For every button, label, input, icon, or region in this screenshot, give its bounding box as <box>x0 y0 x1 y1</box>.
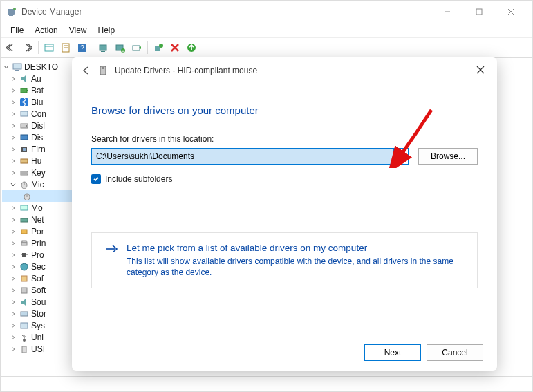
menu-help[interactable]: Help <box>93 24 121 37</box>
svg-point-32 <box>26 125 27 127</box>
browse-button[interactable]: Browse... <box>418 148 478 165</box>
tree-node[interactable]: Bat <box>2 84 82 96</box>
tree-node[interactable]: Au <box>2 73 82 84</box>
dialog-footer: Next Cancel <box>72 336 497 371</box>
driver-path-input[interactable]: C:\Users\sukhi\Documents <box>92 149 394 164</box>
tree-node[interactable]: Key <box>2 167 82 178</box>
chevron-right-icon[interactable] <box>9 345 17 353</box>
chevron-right-icon[interactable] <box>9 227 17 236</box>
storage-icon <box>19 308 30 319</box>
uninstall-button[interactable] <box>151 40 166 55</box>
processor-icon <box>19 250 30 261</box>
forward-button[interactable] <box>20 40 35 55</box>
tree-node[interactable]: Firn <box>2 143 82 155</box>
back-button[interactable] <box>79 63 94 78</box>
chevron-right-icon[interactable] <box>9 204 17 212</box>
include-subfolders-row[interactable]: Include subfolders <box>91 174 478 184</box>
tree-label: USI <box>31 344 45 354</box>
chevron-right-icon[interactable] <box>9 98 17 106</box>
tree-node[interactable]: Dis <box>2 131 82 143</box>
properties-button[interactable] <box>58 40 73 55</box>
tree-node[interactable]: Uni <box>2 331 82 343</box>
tree-node[interactable]: Stor <box>2 308 82 319</box>
chevron-right-icon[interactable] <box>9 169 17 177</box>
tree-root[interactable]: DESKTO <box>2 61 82 73</box>
chevron-right-icon[interactable] <box>9 263 17 271</box>
device-tree[interactable]: DESKTO Au Bat Blu Con Disl Dis Firn Hu K… <box>1 58 84 376</box>
tree-label: Key <box>31 168 46 178</box>
svg-point-21 <box>159 44 163 48</box>
svg-rect-51 <box>21 276 27 281</box>
dialog-header: Update Drivers - HID-compliant mouse <box>72 57 497 84</box>
tree-node[interactable]: Prin <box>2 237 82 249</box>
dialog-close-button[interactable] <box>467 60 494 80</box>
menu-action[interactable]: Action <box>29 24 63 37</box>
svg-text:+: + <box>122 48 124 53</box>
tree-node[interactable]: Mo <box>2 202 82 214</box>
tree-node[interactable]: Sec <box>2 261 82 272</box>
maximize-button[interactable] <box>463 1 495 23</box>
tree-node[interactable]: Blu <box>2 96 82 108</box>
help-button[interactable]: ? <box>75 40 90 55</box>
include-subfolders-checkbox[interactable] <box>91 174 101 184</box>
chevron-right-icon[interactable] <box>9 122 17 130</box>
tree-node[interactable]: Con <box>2 108 82 120</box>
disable-button[interactable] <box>167 40 183 55</box>
chevron-right-icon[interactable] <box>9 86 17 95</box>
chevron-right-icon[interactable] <box>9 133 17 142</box>
chevron-right-icon[interactable] <box>9 75 17 83</box>
scan-hardware-button[interactable] <box>96 40 111 55</box>
chevron-down-icon[interactable] <box>394 149 408 164</box>
mouse-icon <box>21 191 32 202</box>
next-button[interactable]: Next <box>364 344 421 361</box>
include-subfolders-label: Include subfolders <box>105 174 172 184</box>
chevron-right-icon[interactable] <box>9 333 17 342</box>
tree-node[interactable]: Por <box>2 225 82 237</box>
driver-path-combobox[interactable]: C:\Users\sukhi\Documents <box>91 148 409 165</box>
arrow-right-icon <box>104 243 118 278</box>
update-driver-button[interactable] <box>129 40 144 55</box>
chevron-right-icon[interactable] <box>9 274 17 283</box>
add-legacy-button[interactable]: + <box>113 40 128 55</box>
chevron-right-icon[interactable] <box>9 286 17 295</box>
chevron-right-icon[interactable] <box>9 110 17 118</box>
chevron-right-icon[interactable] <box>9 251 17 259</box>
back-button[interactable] <box>3 40 19 55</box>
chevron-right-icon[interactable] <box>9 157 17 165</box>
chevron-right-icon[interactable] <box>9 310 17 318</box>
cancel-button[interactable]: Cancel <box>427 344 483 361</box>
tree-node[interactable]: Pro <box>2 249 82 261</box>
chevron-right-icon[interactable] <box>9 298 17 306</box>
tree-node[interactable]: Disl <box>2 120 82 131</box>
tree-node[interactable]: Sof <box>2 272 82 284</box>
menu-file[interactable]: File <box>5 24 29 37</box>
chevron-right-icon[interactable] <box>9 216 17 224</box>
monitor-icon <box>19 203 30 214</box>
chevron-right-icon[interactable] <box>9 239 17 248</box>
tree-label: Soft <box>31 286 46 295</box>
chevron-down-icon[interactable] <box>9 180 17 189</box>
chevron-right-icon[interactable] <box>9 145 17 153</box>
tree-node-mice[interactable]: Mic <box>2 178 82 190</box>
menu-view[interactable]: View <box>64 24 93 37</box>
tree-node[interactable]: Soft <box>2 284 82 296</box>
mouse-icon <box>19 179 30 190</box>
tree-node[interactable]: Hu <box>2 155 82 167</box>
tree-node[interactable]: Sys <box>2 319 82 331</box>
close-button[interactable] <box>495 1 527 23</box>
tree-label: Con <box>31 109 46 119</box>
tree-node[interactable]: Net <box>2 214 82 225</box>
keyboard-icon <box>19 167 30 178</box>
tree-label: DESKTO <box>24 62 58 72</box>
chevron-right-icon[interactable] <box>9 321 17 330</box>
tree-node[interactable]: Sou <box>2 296 82 308</box>
show-hide-console-button[interactable] <box>41 40 57 55</box>
pick-from-list-option[interactable]: Let me pick from a list of available dri… <box>91 232 478 288</box>
tree-node[interactable]: USI <box>2 343 82 355</box>
chevron-down-icon[interactable] <box>2 63 10 71</box>
minimize-button[interactable] <box>431 1 463 23</box>
tree-node-mouse-device[interactable] <box>2 190 82 202</box>
tree-label: Net <box>31 215 44 225</box>
svg-rect-54 <box>21 323 28 328</box>
enable-button[interactable] <box>184 40 199 55</box>
